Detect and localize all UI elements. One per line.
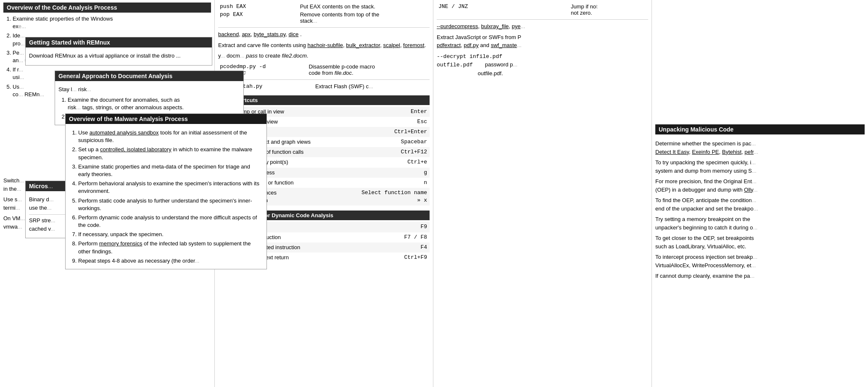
- swf-row: swf mastah.py Extract Flash (SWF) c...: [218, 82, 430, 90]
- shortcut-key: Ctrl+F9: [377, 253, 430, 263]
- shortcut-key: Spacebar: [339, 137, 430, 147]
- shortcut-key: Ctrl+F12: [339, 147, 430, 157]
- col1-extra: Switch...in the... Use s...termi... On V…: [3, 176, 25, 233]
- list-item: Perform dynamic code analysis to underst…: [78, 214, 263, 229]
- links-line: backend, apx, byte_stats.py, dice .: [218, 30, 430, 39]
- jne-row: JNE / JNZ Jump if notnot zero.: [437, 3, 648, 17]
- pass-line: y... docm... pass to create file2.docm.: [218, 52, 430, 60]
- unpacking-content: Determine whether the specimen is pac...…: [655, 137, 865, 285]
- list-item: Examine static properties of the Windows…: [13, 15, 211, 30]
- document-analysis-header: General Approach to Document Analysis: [55, 71, 243, 81]
- malware-analysis-list: Use automated analysis sandbox tools for…: [69, 129, 263, 265]
- list-item: Examine the document for anomalies, such…: [68, 96, 240, 111]
- column-3: JNE / JNZ Jump if notnot zero. --purdeco…: [433, 0, 652, 387]
- asm-table: push EAX Put EAX contents on the stack. …: [218, 3, 430, 25]
- asm-cmd: pop EAX: [218, 11, 298, 25]
- list-item: Perform static code analysis to further …: [78, 197, 263, 212]
- asm-row: push EAX Put EAX contents on the stack.: [218, 3, 430, 11]
- shortcut-key: Esc: [339, 117, 430, 127]
- swf-table: swf mastah.py Extract Flash (SWF) c...: [218, 82, 430, 90]
- asm-row: pop EAX Remove contents from top of thes…: [218, 11, 430, 25]
- unpacking-para: Determine whether the specimen is pac...…: [655, 140, 865, 156]
- malware-analysis-content: Use automated analysis sandbox tools for…: [66, 126, 266, 269]
- purdecompress-line: --purdecompress, bulxray_file, pye...: [437, 22, 648, 31]
- list-item: Repeat steps 4-8 above as necessary (the…: [78, 257, 263, 265]
- pcodedmp-row: pcodedmp.py -dfile.doc Disassemble p-cod…: [218, 63, 430, 77]
- decrypt-line: --decrypt infile.pdf outfile.pdf passwor…: [437, 52, 648, 78]
- list-item: Perform behavioral analysis to examine t…: [78, 180, 263, 195]
- remnux-header: Getting Started with REMnux: [26, 37, 212, 47]
- list-item: Perform memory forensics of the infected…: [78, 240, 263, 255]
- jne-table: JNE / JNZ Jump if notnot zero.: [437, 3, 648, 17]
- remnux-content: Download REMnux as a virtual appliance o…: [26, 49, 212, 65]
- unpacking-para: To intercept process injection set break…: [655, 253, 865, 269]
- shortcut-key: F7 / F8: [377, 232, 430, 242]
- unpacking-para: To try unpacking the specimen quickly, i…: [655, 158, 865, 175]
- code-analysis-header: Overview of the Code Analysis Process: [3, 3, 211, 13]
- column-4: Unpacking Malicious Code Determine wheth…: [652, 0, 868, 387]
- pcodedmp-desc: Disassemble p-code macrocode from file.d…: [307, 63, 430, 77]
- shortcut-key: Enter: [339, 107, 430, 117]
- unpacking-para: To get closer to the OEP, set breakpoint…: [655, 234, 865, 250]
- unpacking-para: For more precision, find the Original En…: [655, 177, 865, 194]
- extract-line: Extract and carve file contents using ha…: [218, 41, 430, 50]
- unpacking-para: Try setting a memory breakpoint on the u…: [655, 215, 865, 232]
- asm-desc: Put EAX contents on the stack.: [298, 3, 430, 11]
- asm-desc: Remove contents from top of thestack...: [298, 11, 430, 25]
- malware-analysis-panel: Overview of the Malware Analysis Process…: [65, 113, 267, 269]
- shortcut-key: Ctrl+Enter: [339, 127, 430, 137]
- shortcut-key: g: [339, 168, 430, 178]
- pcodedmp-table: pcodedmp.py -dfile.doc Disassemble p-cod…: [218, 63, 430, 77]
- column-1: Overview of the Code Analysis Process Ex…: [0, 0, 214, 387]
- shortcut-key: F4: [377, 242, 430, 253]
- unpacking-section: Unpacking Malicious Code Determine wheth…: [655, 124, 865, 285]
- list-item: Set up a controlled, isolated laboratory…: [78, 146, 263, 161]
- unpacking-header: Unpacking Malicious Code: [655, 124, 865, 134]
- shortcut-key: Select function name» x: [339, 188, 430, 205]
- swf-desc: Extract Flash (SWF) c...: [314, 82, 430, 90]
- asm-cmd: push EAX: [218, 3, 298, 11]
- shortcut-key: F9: [377, 222, 430, 232]
- unpacking-para: If cannot dump cleanly, examine the pa..…: [655, 272, 865, 280]
- unpacking-para: To find the OEP, anticipate the conditio…: [655, 196, 865, 213]
- jne-cmd: JNE / JNZ: [437, 3, 569, 17]
- shortcut-key: n: [339, 178, 430, 188]
- list-item: Examine static properties and meta-data …: [78, 163, 263, 178]
- jne-desc: Jump if notnot zero.: [569, 3, 648, 17]
- list-item: If necessary, unpack the specimen.: [78, 231, 263, 238]
- ida-header: IDA Shortcuts: [218, 95, 430, 105]
- shortcut-key: Ctrl+e: [339, 157, 430, 167]
- list-item: Use automated analysis sandbox tools for…: [78, 129, 263, 144]
- extract-js: Extract JavaScript or SWFs from P pdfext…: [437, 33, 648, 50]
- remnux-panel: Getting Started with REMnux Download REM…: [25, 37, 212, 66]
- malware-analysis-header: Overview of the Malware Analysis Process: [66, 114, 266, 124]
- page: Overview of the Code Analysis Process Ex…: [0, 0, 868, 387]
